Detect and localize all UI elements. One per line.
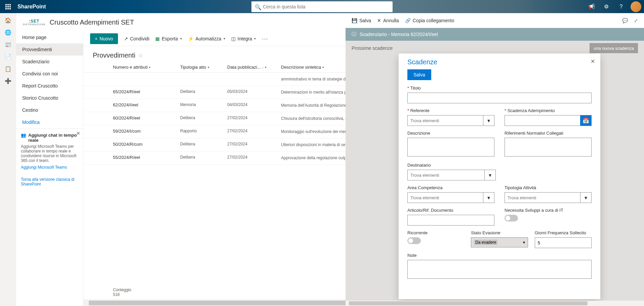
share-icon: ↗	[124, 36, 128, 41]
site-logo[interactable]: :SET DISTRIBUZIONE	[23, 19, 45, 26]
input-titolo[interactable]	[407, 93, 592, 103]
more-button[interactable]: ⋯	[262, 35, 268, 42]
flow-icon: ⚡	[188, 36, 194, 41]
home-icon[interactable]: 🏠	[5, 17, 11, 24]
toggle-necessita[interactable]	[505, 215, 518, 222]
megaphone-icon[interactable]: 📢	[585, 0, 598, 13]
list-title: Provvedimenti	[93, 52, 135, 59]
scroll-thumb[interactable]	[349, 301, 588, 305]
app-rail: 🏠 🌐 📰 📄 📋 ➕	[0, 13, 16, 306]
chevron-down-icon: ▾	[149, 66, 151, 69]
excel-icon: ▦	[155, 36, 160, 41]
nav-report[interactable]: Report Cruscotto	[16, 80, 83, 92]
stato-value: Da evadere	[474, 240, 497, 245]
label-tipologia: Tipologia Attività	[505, 185, 592, 190]
chevron-down-icon[interactable]: ▾	[580, 192, 592, 203]
col-data[interactable]: Data pubblicazi...↓▾	[227, 65, 281, 70]
chevron-down-icon: ▾	[322, 66, 324, 69]
plus-icon: +	[95, 36, 97, 41]
form-panel: ✕ Scadenze Salva Titolo Referente ▾ Scad…	[399, 54, 600, 299]
search-input[interactable]	[251, 1, 393, 12]
add-icon[interactable]: ➕	[5, 78, 11, 84]
teams-title: Aggiungi chat in tempo reale	[28, 133, 78, 143]
app-launcher[interactable]	[0, 0, 16, 13]
chevron-down-icon[interactable]: ▾	[484, 170, 496, 180]
star-icon[interactable]: ☆	[138, 52, 143, 59]
input-tipologia[interactable]	[505, 192, 580, 203]
expand-icon[interactable]: ⤢	[634, 18, 638, 23]
label-necessita: Necessita Sviluppi a cura di IT	[505, 208, 592, 213]
close-icon[interactable]: ✕	[76, 131, 80, 136]
globe-icon[interactable]: 🌐	[5, 29, 11, 36]
input-descrizione[interactable]	[407, 138, 494, 157]
svg-rect-6	[5, 8, 7, 9]
col-numero[interactable]: Numero e attributi▾	[113, 65, 180, 70]
teams-promo: ✕ 👥Aggiungi chat in tempo reale Aggiungi…	[16, 128, 83, 174]
select-stato[interactable]: Da evadere ▾	[471, 237, 528, 247]
chevron-down-icon[interactable]: ▾	[483, 192, 494, 203]
input-destinatario[interactable]	[407, 170, 484, 180]
calendar-icon[interactable]: 📅	[580, 115, 592, 126]
cell-numero	[113, 76, 180, 82]
input-scadenza[interactable]	[505, 115, 580, 126]
nav-home[interactable]: Home page	[16, 31, 83, 43]
chevron-down-icon: ▾	[254, 37, 256, 40]
new-button[interactable]: +Nuovo	[90, 33, 118, 44]
cell-numero: 65/2024/R/eel	[113, 89, 180, 95]
teams-link[interactable]: Aggiungi Microsoft Teams	[21, 165, 78, 170]
input-giorni[interactable]	[535, 237, 592, 248]
nav-condivisi[interactable]: Condivisi con noi	[16, 68, 83, 80]
export-button[interactable]: ▦Esporta▾	[155, 36, 182, 41]
help-icon[interactable]: ?	[614, 0, 628, 13]
nav-cestino[interactable]: Cestino	[16, 104, 83, 116]
files-icon[interactable]: 📄	[5, 54, 11, 60]
input-note[interactable]	[407, 260, 592, 279]
input-area[interactable]	[407, 192, 483, 203]
avatar[interactable]	[631, 1, 641, 12]
nav-provvedimenti[interactable]: Provvedimenti	[16, 43, 83, 56]
classic-link[interactable]: Torna alla versione classica di SharePoi…	[21, 177, 74, 186]
cell-tipologia: Rapporto	[180, 129, 227, 135]
logo-text: :SET	[29, 19, 39, 24]
cell-data: 27/02/2024	[227, 155, 281, 161]
list-icon[interactable]: 📋	[5, 66, 11, 72]
new-scadenza-button[interactable]: una nuova scadenza	[590, 43, 638, 53]
panel-banner: ⓘ Scadenziario - Memoria 62/2024/I/eel	[346, 28, 644, 41]
chevron-down-icon[interactable]: ▾	[483, 115, 494, 126]
automate-button[interactable]: ⚡Automatizza▾	[188, 36, 225, 41]
integrate-button[interactable]: ◫Integra▾	[231, 36, 256, 41]
toggle-ricorrente[interactable]	[407, 237, 421, 244]
panel-hscroll[interactable]	[346, 301, 644, 306]
svg-rect-4	[7, 6, 9, 7]
brand[interactable]: SharePoint	[17, 4, 46, 10]
cell-data: 04/03/2024	[227, 102, 281, 108]
label-riferimenti: Riferimenti Normativi Collegati	[505, 131, 592, 136]
share-button[interactable]: ↗Condividi	[124, 36, 150, 41]
nav-storico[interactable]: Storico Cruscotto	[16, 92, 83, 104]
search-icon: 🔍	[255, 4, 261, 10]
close-icon[interactable]: ✕	[591, 58, 595, 65]
cell-data: 05/03/2024	[227, 89, 281, 95]
input-referente[interactable]	[407, 115, 483, 126]
site-title[interactable]: Cruscotto Adempimenti SET	[49, 19, 134, 26]
panel-save[interactable]: 💾Salva	[352, 18, 371, 23]
comment-icon[interactable]: 💬	[622, 18, 628, 23]
col-tipologia[interactable]: Tipologia atto▾	[180, 65, 227, 70]
panel-cancel[interactable]: ✕Annulla	[377, 18, 399, 23]
classic-link-wrap: Torna alla versione classica di SharePoi…	[16, 174, 83, 190]
label-titolo: Titolo	[407, 86, 592, 91]
input-riferimenti[interactable]	[505, 138, 592, 157]
label-giorni: Giorni Frequenza Sollecito	[535, 230, 592, 235]
nav-modifica[interactable]: Modifica	[16, 116, 83, 128]
gear-icon[interactable]: ⚙	[600, 0, 613, 13]
panel-copy-link[interactable]: 🔗Copia collegamento	[405, 18, 454, 23]
news-icon[interactable]: 📰	[5, 41, 11, 48]
input-articolo[interactable]	[407, 215, 494, 226]
svg-rect-7	[7, 8, 9, 9]
label-area: Area Competenza	[407, 185, 494, 190]
cell-data	[227, 76, 281, 82]
save-button[interactable]: Salva	[407, 69, 431, 80]
nav-scadenziario[interactable]: Scadenziario	[16, 56, 83, 68]
chevron-down-icon: ▾	[224, 37, 225, 40]
teams-desc: Aggiungi Microsoft Teams per collaborare…	[21, 144, 78, 163]
